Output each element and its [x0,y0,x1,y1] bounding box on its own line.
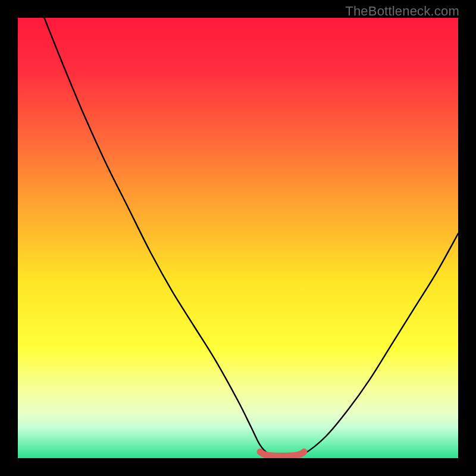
plot-area [18,18,458,458]
chart-svg [18,18,458,458]
chart-frame: TheBottleneck.com [0,0,476,476]
gradient-background [18,18,458,458]
watermark-text: TheBottleneck.com [345,4,459,19]
